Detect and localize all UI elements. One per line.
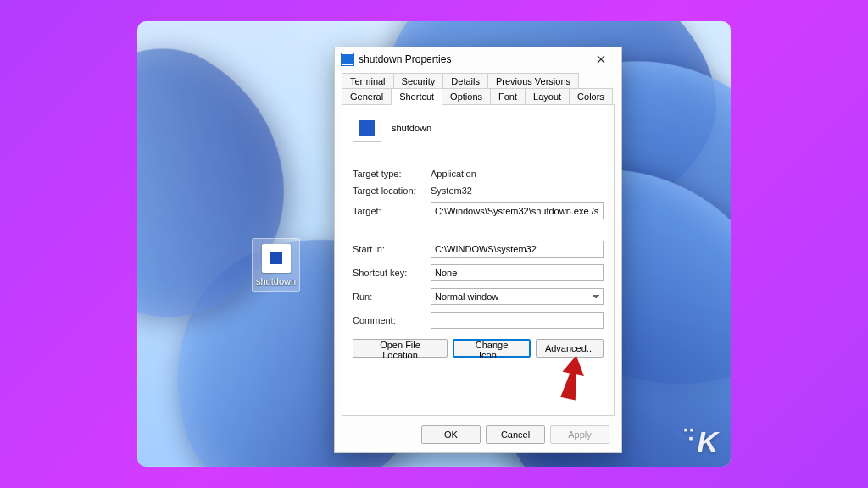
comment-input[interactable] — [431, 312, 604, 329]
label-target-type: Target type: — [353, 169, 426, 179]
target-input[interactable] — [431, 202, 604, 219]
open-file-location-button[interactable]: Open File Location — [353, 339, 448, 358]
shortcut-icon — [262, 244, 291, 273]
desktop-viewport: shutdown shutdown Properties Terminal Se… — [137, 21, 731, 467]
run-select[interactable]: Normal window — [431, 288, 604, 305]
apply-button[interactable]: Apply — [550, 425, 609, 444]
cancel-button[interactable]: Cancel — [486, 425, 545, 444]
label-comment: Comment: — [353, 315, 426, 325]
start-in-input[interactable] — [431, 241, 604, 258]
advanced-button[interactable]: Advanced... — [536, 339, 604, 358]
shortcut-panel: shutdown Target type: Application Target… — [342, 104, 615, 416]
tab-security[interactable]: Security — [393, 73, 444, 89]
tab-strip: Terminal Security Details Previous Versi… — [335, 71, 621, 105]
label-start-in: Start in: — [353, 244, 426, 254]
titlebar-icon — [342, 53, 353, 65]
close-icon — [597, 55, 605, 64]
value-target-type: Application — [431, 169, 476, 179]
shortcut-name: shutdown — [392, 123, 431, 133]
label-run: Run: — [353, 291, 426, 302]
desktop-shortcut-shutdown[interactable]: shutdown — [252, 238, 300, 292]
ok-button[interactable]: OK — [421, 425, 481, 444]
tab-terminal[interactable]: Terminal — [342, 73, 394, 89]
shortcut-key-input[interactable] — [431, 264, 604, 281]
label-shortcut-key: Shortcut key: — [353, 268, 426, 278]
tab-font[interactable]: Font — [490, 88, 526, 105]
watermark: ▪▪ ▪K — [684, 425, 718, 458]
properties-dialog: shutdown Properties Terminal Security De… — [334, 47, 622, 453]
tab-previous-versions[interactable]: Previous Versions — [487, 73, 579, 89]
tab-shortcut[interactable]: Shortcut — [391, 88, 442, 105]
close-button[interactable] — [584, 49, 618, 69]
change-icon-button[interactable]: Change Icon... — [453, 339, 531, 358]
dialog-footer: OK Cancel Apply — [335, 417, 621, 452]
shortcut-large-icon — [353, 114, 381, 142]
tab-options[interactable]: Options — [442, 88, 491, 105]
value-target-location: System32 — [431, 186, 472, 196]
tab-colors[interactable]: Colors — [569, 88, 613, 105]
titlebar[interactable]: shutdown Properties — [335, 47, 621, 71]
dialog-title: shutdown Properties — [359, 53, 584, 65]
tab-layout[interactable]: Layout — [525, 88, 570, 105]
label-target: Target: — [353, 206, 426, 216]
tab-details[interactable]: Details — [442, 73, 488, 89]
tab-general[interactable]: General — [342, 88, 392, 105]
label-target-location: Target location: — [353, 186, 426, 196]
shortcut-label: shutdown — [256, 276, 296, 286]
